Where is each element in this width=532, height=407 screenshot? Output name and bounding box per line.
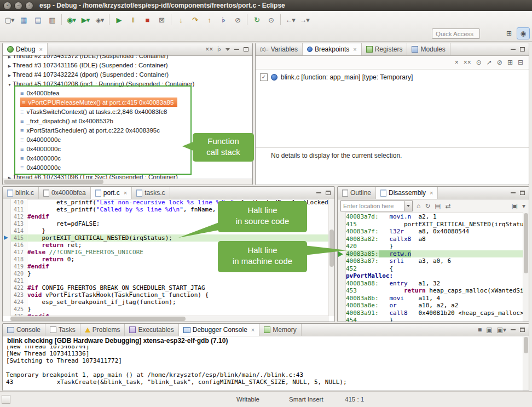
tab-problems[interactable]: Problems bbox=[80, 324, 125, 336]
maximize-icon[interactable] bbox=[326, 191, 331, 195]
tab-outline[interactable]: Outline bbox=[338, 187, 376, 199]
disassembly-line[interactable]: 452 { bbox=[346, 265, 523, 273]
disassembly-line[interactable]: 40083a7d: movi.n a2, 1 bbox=[346, 213, 523, 221]
tab-disassembly[interactable]: Disassembly bbox=[376, 187, 438, 199]
minimize-icon[interactable] bbox=[316, 192, 321, 193]
step-return-icon[interactable]: ↑ bbox=[202, 14, 216, 26]
stack-frame-row[interactable]: _frxt_dispatch() at 0x4008532b bbox=[3, 116, 252, 125]
new-icon[interactable]: ▢▾ bbox=[2, 14, 16, 26]
open-console-icon[interactable]: ▣▾ bbox=[497, 326, 506, 333]
code-line[interactable]: 420} bbox=[3, 270, 329, 277]
maximize-icon[interactable] bbox=[520, 191, 525, 195]
disassembly-line[interactable]: 420 } bbox=[346, 243, 523, 250]
tab-registers[interactable]: Registers bbox=[362, 43, 408, 55]
tab-debugger-console[interactable]: Debugger Console bbox=[179, 324, 260, 336]
remove-all-terminated-icon[interactable]: ×× bbox=[205, 46, 213, 53]
go-to-file-icon[interactable]: ↗ bbox=[487, 59, 492, 66]
disassembly-line[interactable]: 40083a82: callx8 a8 bbox=[346, 236, 523, 243]
code-line[interactable]: 421 bbox=[3, 277, 329, 284]
maximize-icon[interactable] bbox=[244, 47, 248, 51]
resume-icon[interactable]: ▶ bbox=[112, 14, 126, 26]
step-over-icon[interactable]: ↷ bbox=[188, 14, 202, 26]
show-breakpoints-for-target-icon[interactable]: ⊙ bbox=[476, 59, 482, 66]
code-line[interactable]: 419#endif bbox=[3, 263, 329, 270]
disassembly-line[interactable]: 454 } bbox=[346, 317, 523, 322]
location-input[interactable]: Enter location here bbox=[341, 201, 404, 211]
tab-tasks[interactable]: Tasks bbox=[45, 324, 80, 336]
pin-icon[interactable]: ▣ bbox=[512, 203, 518, 209]
home-icon[interactable]: ⌂ bbox=[417, 203, 420, 209]
code-line[interactable]: 412#endif bbox=[3, 213, 329, 220]
view-menu-icon[interactable] bbox=[225, 48, 230, 51]
code-line[interactable]: 410 ets_printf("Last non-recursive lock … bbox=[3, 199, 329, 206]
code-line[interactable]: 411 ets_printf("Called by %s line %d\n",… bbox=[3, 206, 329, 213]
tab-0x4000bfea[interactable]: 0x4000bfea bbox=[39, 187, 91, 199]
vertical-scrollbar[interactable] bbox=[328, 199, 334, 316]
thread-row[interactable]: Thread #2 1073431372 (IDLE) (Suspended :… bbox=[3, 55, 252, 60]
disassembly-line[interactable]: 453 return heap_caps_malloc(xWantedSize bbox=[346, 287, 523, 295]
thread-row[interactable]: Thread #5 1073410208 (ipc1 : Running) (S… bbox=[3, 79, 252, 88]
restart-icon[interactable]: ↻ bbox=[250, 14, 264, 26]
suspend-icon[interactable]: ‖ bbox=[126, 14, 140, 26]
minimize-icon[interactable] bbox=[511, 329, 516, 330]
stack-frame-row[interactable]: 0x4000000c bbox=[3, 163, 252, 172]
code-line[interactable]: 414 } bbox=[3, 227, 329, 234]
display-selected-console-icon[interactable]: ▣ bbox=[486, 326, 492, 333]
tab-executables[interactable]: Executables bbox=[125, 324, 178, 336]
tab-blink-c[interactable]: blink.c bbox=[3, 187, 39, 199]
minimize-window-icon[interactable]: – bbox=[14, 2, 22, 10]
minimize-icon[interactable] bbox=[234, 49, 239, 50]
tab-tasks-c[interactable]: tasks.c bbox=[132, 187, 170, 199]
stack-frame-row[interactable]: vTaskSwitchContext() at tasks.c:2,846 0x… bbox=[3, 107, 252, 116]
disassembly-line[interactable]: 415 portEXIT_CRITICAL_NESTED(irqStatus) bbox=[346, 221, 523, 228]
skip-all-breakpoints-icon[interactable]: ⊘ bbox=[497, 59, 502, 66]
thread-row[interactable]: Thread #4 1073432224 (dport) (Suspended … bbox=[3, 70, 252, 79]
stack-frame-row[interactable]: xPortStartScheduler() at port.c:222 0x40… bbox=[3, 125, 252, 135]
vertical-scrollbar[interactable] bbox=[523, 212, 529, 322]
code-line[interactable]: 423void vPortFirstTaskHook(TaskFunction_… bbox=[3, 291, 329, 299]
location-combo[interactable]: Enter location here bbox=[340, 200, 413, 211]
tab-memory[interactable]: Memory bbox=[259, 324, 301, 336]
maximize-window-icon[interactable]: ▫ bbox=[25, 2, 33, 10]
code-line[interactable]: 422#if CONFIG_FREERTOS_BREAK_ON_SCHEDULE… bbox=[3, 284, 329, 291]
code-line[interactable]: 418 return 0; bbox=[3, 256, 329, 263]
disassembly-line[interactable]: 40083a8e: or a10, a2, a2 bbox=[346, 302, 523, 309]
horizontal-scrollbar[interactable] bbox=[3, 179, 252, 185]
external-tools-icon[interactable]: ◈▾ bbox=[92, 14, 107, 26]
close-icon[interactable] bbox=[37, 45, 42, 53]
maximize-icon[interactable] bbox=[520, 47, 525, 51]
minimize-icon[interactable] bbox=[511, 192, 516, 193]
maximize-icon[interactable] bbox=[520, 328, 525, 332]
instruction-stepping-mode-icon[interactable]: i› bbox=[217, 46, 221, 53]
remove-breakpoint-icon[interactable]: × bbox=[455, 59, 459, 66]
code-line-current[interactable]: 415 portEXIT_CRITICAL_NESTED(irqStatus); bbox=[3, 234, 329, 242]
code-line[interactable]: 425} bbox=[3, 306, 329, 313]
combo-dropdown-icon[interactable] bbox=[404, 201, 412, 211]
step-into-icon[interactable]: ↓ bbox=[174, 14, 188, 26]
tab-variables[interactable]: (x)= Variables bbox=[256, 43, 303, 55]
debug-perspective-icon[interactable]: ◉ bbox=[517, 27, 530, 39]
tab-port-c[interactable]: port.c bbox=[91, 187, 132, 199]
code-line[interactable]: 413 ret=pdFALSE; bbox=[3, 220, 329, 227]
quick-access-input[interactable]: Quick Access bbox=[432, 28, 480, 39]
close-icon[interactable] bbox=[351, 45, 356, 53]
disassembly-line-current[interactable]: 40083a85: retw.n bbox=[346, 250, 523, 258]
disassembly-label-line[interactable]: pvPortMalloc: bbox=[346, 272, 523, 280]
thread-row[interactable]: Thread #3 1073431156 (IDLE) (Suspended :… bbox=[3, 60, 252, 70]
disassembly-line[interactable]: 40083a88: entry a1, 32 bbox=[346, 280, 523, 288]
disassembly-body[interactable]: 40083a7d: movi.n a2, 1 415 portEXIT_CRIT… bbox=[338, 212, 523, 322]
code-editor[interactable]: 410 ets_printf("Last non-recursive lock … bbox=[3, 199, 329, 316]
tab-breakpoints[interactable]: Breakpoints bbox=[303, 43, 362, 55]
stack-frame-row[interactable]: 0x4000bfea bbox=[3, 88, 252, 98]
code-line[interactable]: 416 return ret; bbox=[3, 242, 329, 249]
disassembly-line[interactable]: 40083a7f: l32r a8, 0x40080544 bbox=[346, 228, 523, 236]
skip-breakpoints-icon[interactable]: ⊘ bbox=[230, 14, 245, 26]
disassembly-line[interactable]: 40083a87: srli a3, a0, 6 bbox=[346, 257, 523, 265]
remove-all-breakpoints-icon[interactable]: ×× bbox=[464, 59, 471, 66]
back-icon[interactable]: ←▾ bbox=[283, 14, 297, 26]
close-icon[interactable] bbox=[250, 326, 255, 334]
collapse-all-icon[interactable]: ⊟ bbox=[518, 59, 523, 66]
stack-frame-row[interactable]: 0x4000000c bbox=[3, 144, 252, 153]
save-icon[interactable]: ▦ bbox=[16, 14, 31, 26]
horizontal-scrollbar[interactable] bbox=[10, 316, 329, 322]
